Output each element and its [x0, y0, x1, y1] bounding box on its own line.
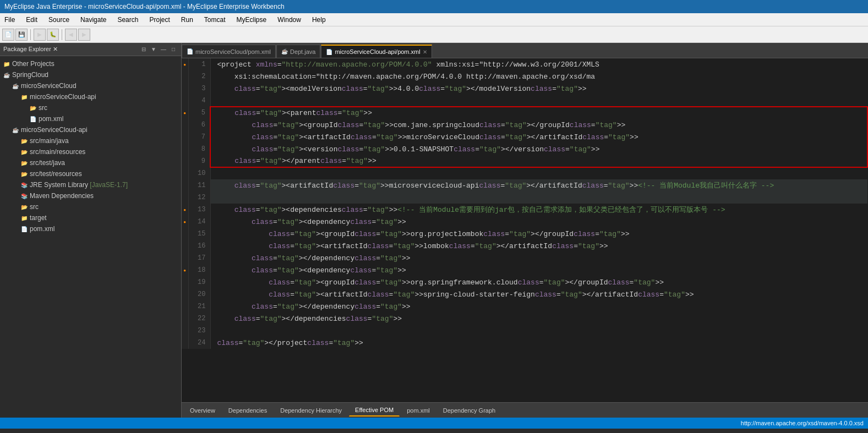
bottom-tab-dep-graph[interactable]: Dependency Graph — [437, 404, 501, 416]
menu-item-search[interactable]: Search — [115, 15, 140, 25]
code-row-19: 19 class="tag"><groupIdclass="tag">>org.… — [182, 276, 867, 288]
bottom-tab-dependencies[interactable]: Dependencies — [222, 404, 273, 416]
line-marker-1: ● — [182, 58, 188, 70]
code-content-3[interactable]: class="tag"><modelVersionclass="tag">>4.… — [210, 83, 867, 95]
toolbar-forward[interactable]: ▶ — [78, 29, 90, 41]
tree-item-target[interactable]: 📁target — [0, 212, 181, 223]
menu-item-file[interactable]: File — [2, 15, 17, 25]
menu-item-source[interactable]: Source — [46, 15, 72, 25]
toolbar-save[interactable]: 💾 — [15, 29, 28, 41]
tree-item-pom2[interactable]: 📄pom.xml — [0, 223, 181, 234]
tree-label-pom1: pom.xml — [39, 115, 63, 123]
menu-item-navigate[interactable]: Navigate — [78, 15, 108, 25]
toolbar-back[interactable]: ◀ — [65, 29, 77, 41]
code-content-19[interactable]: class="tag"><groupIdclass="tag">>org.spr… — [210, 276, 867, 288]
line-marker-19 — [182, 276, 188, 288]
code-row-7: 7 class="tag"><artifactIdclass="tag">>mi… — [182, 131, 867, 143]
tree-item-microservicecloud-api-root[interactable]: ☕microServiceCloud-api — [0, 124, 181, 135]
bottom-tab-dep-hierarchy[interactable]: Dependency Hierarchy — [274, 404, 348, 416]
menu-item-run[interactable]: Run — [179, 15, 195, 25]
code-table: ●1<project xmlns="http://maven.apache.or… — [182, 58, 868, 349]
code-content-23[interactable] — [210, 325, 867, 337]
panel-min-btn[interactable]: — — [159, 45, 168, 54]
code-row-15: 15 class="tag"><groupIdclass="tag">>org.… — [182, 228, 867, 240]
tree-item-springcloud[interactable]: ☕SpringCloud — [0, 69, 181, 80]
toolbar-debug[interactable]: 🐛 — [47, 29, 59, 41]
line-num-16: 16 — [188, 240, 210, 252]
line-num-13: 13 — [188, 204, 210, 216]
code-content-17[interactable]: class="tag"></dependencyclass="tag">> — [210, 252, 867, 264]
tree-item-src-1[interactable]: 📂src — [0, 102, 181, 113]
line-marker-8 — [182, 143, 188, 155]
code-content-4[interactable] — [210, 95, 867, 107]
code-row-2: 2 xsi:schemaLocation="http://maven.apach… — [182, 70, 867, 83]
line-marker-7 — [182, 131, 188, 143]
code-content-18[interactable]: class="tag"><dependencyclass="tag">> — [210, 264, 867, 276]
code-content-2[interactable]: xsi:schemaLocation="http://maven.apache.… — [210, 70, 867, 83]
tree-item-src-2[interactable]: 📂src — [0, 201, 181, 212]
code-content-15[interactable]: class="tag"><groupIdclass="tag">>org.pro… — [210, 228, 867, 240]
code-content-6[interactable]: class="tag"><groupIdclass="tag">>com.jan… — [210, 119, 867, 131]
code-content-7[interactable]: class="tag"><artifactIdclass="tag">>micr… — [210, 131, 867, 143]
tree-item-other-projects[interactable]: 📁Other Projects — [0, 58, 181, 69]
editor-tab-tab3[interactable]: 📄microServiceCloud-api/pom.xml✕ — [321, 45, 432, 58]
code-row-23: 23 — [182, 325, 867, 337]
menu-bar: FileEditSourceNavigateSearchProjectRunTo… — [0, 13, 868, 26]
bottom-tab-effective-pom[interactable]: Effective POM — [349, 404, 400, 416]
tab-close-tab3[interactable]: ✕ — [423, 49, 427, 55]
menu-item-tomcat[interactable]: Tomcat — [202, 15, 228, 25]
line-marker-13: ● — [182, 204, 188, 216]
editor-tab-bar: 📄microServiceCloud/pom.xml☕Dept.java📄mic… — [182, 43, 868, 58]
code-content-20[interactable]: class="tag"><artifactIdclass="tag">>spri… — [210, 288, 867, 300]
tree-icon-src-1: 📂 — [29, 103, 37, 112]
tree-item-maven-dep[interactable]: 📚Maven Dependencies — [0, 190, 181, 201]
code-content-8[interactable]: class="tag"><versionclass="tag">>0.0.1-S… — [210, 143, 867, 155]
panel-header: Package Explorer ✕ ⊟ ▼ — □ — [0, 43, 181, 56]
tree-item-src-main-java[interactable]: 📂src/main/java — [0, 135, 181, 146]
code-content-1[interactable]: <project xmlns="http://maven.apache.org/… — [210, 58, 867, 70]
code-content-9[interactable]: class="tag"></parentclass="tag">> — [210, 155, 867, 167]
main-layout: Package Explorer ✕ ⊟ ▼ — □ 📁Other Projec… — [0, 43, 868, 418]
code-content-11[interactable]: class="tag"><artifactIdclass="tag">>micr… — [210, 179, 867, 191]
editor-tab-tab1[interactable]: 📄microServiceCloud/pom.xml — [182, 45, 276, 58]
bottom-tab-pom-xml[interactable]: pom.xml — [401, 404, 436, 416]
menu-item-help[interactable]: Help — [310, 15, 328, 25]
code-content-24[interactable]: class="tag"></projectclass="tag">> — [210, 337, 867, 349]
code-content-13[interactable]: class="tag"><dependenciesclass="tag">><!… — [210, 204, 867, 216]
bottom-tab-overview[interactable]: Overview — [184, 404, 221, 416]
tree-label-microservicecloud: microServiceCloud — [21, 82, 77, 90]
menu-item-myeclipse[interactable]: MyEclipse — [234, 15, 269, 25]
panel-menu-btn[interactable]: ▼ — [149, 45, 158, 54]
line-num-18: 18 — [188, 264, 210, 276]
code-row-6: 6 class="tag"><groupIdclass="tag">>com.j… — [182, 119, 867, 131]
code-content-14[interactable]: class="tag"><dependencyclass="tag">> — [210, 216, 867, 228]
tree-item-pom1[interactable]: 📄pom.xml — [0, 113, 181, 124]
line-marker-2 — [182, 70, 188, 83]
tree-item-src-main-resources[interactable]: 📂src/main/resources — [0, 146, 181, 157]
toolbar-run[interactable]: ▶ — [34, 29, 46, 41]
tree-item-microservicecloud-api[interactable]: 📁microServiceCloud-api — [0, 91, 181, 102]
menu-item-edit[interactable]: Edit — [24, 15, 40, 25]
tree-item-src-test-java[interactable]: 📂src/test/java — [0, 157, 181, 168]
code-content-12[interactable] — [210, 191, 867, 204]
panel-title: Package Explorer ✕ — [3, 46, 58, 53]
menu-item-window[interactable]: Window — [275, 15, 303, 25]
tree-item-src-test-resources[interactable]: 📂src/test/resources — [0, 168, 181, 179]
tree-icon-pom1: 📄 — [29, 114, 37, 123]
panel-collapse-btn[interactable]: ⊟ — [139, 45, 148, 54]
tree-icon-microservicecloud-api: 📁 — [20, 92, 29, 101]
menu-item-project[interactable]: Project — [147, 15, 172, 25]
editor-tab-tab2[interactable]: ☕Dept.java — [276, 45, 320, 58]
code-editor[interactable]: ●1<project xmlns="http://maven.apache.or… — [182, 58, 868, 402]
code-content-16[interactable]: class="tag"><artifactIdclass="tag">>lomb… — [210, 240, 867, 252]
code-content-5[interactable]: class="tag"><parentclass="tag">> — [210, 107, 867, 119]
tree-item-microservicecloud[interactable]: ☕microServiceCloud — [0, 80, 181, 91]
code-content-22[interactable]: class="tag"></dependenciesclass="tag">> — [210, 313, 867, 325]
line-marker-12 — [182, 191, 188, 204]
title-bar: MyEclipse Java Enterprise - microService… — [0, 0, 868, 13]
panel-max-btn[interactable]: □ — [169, 45, 178, 54]
toolbar-new[interactable]: 📄 — [2, 29, 14, 41]
code-content-10[interactable] — [210, 167, 867, 179]
tree-item-jre[interactable]: 📚JRE System Library [JavaSE-1.7] — [0, 179, 181, 190]
code-content-21[interactable]: class="tag"></dependencyclass="tag">> — [210, 300, 867, 313]
